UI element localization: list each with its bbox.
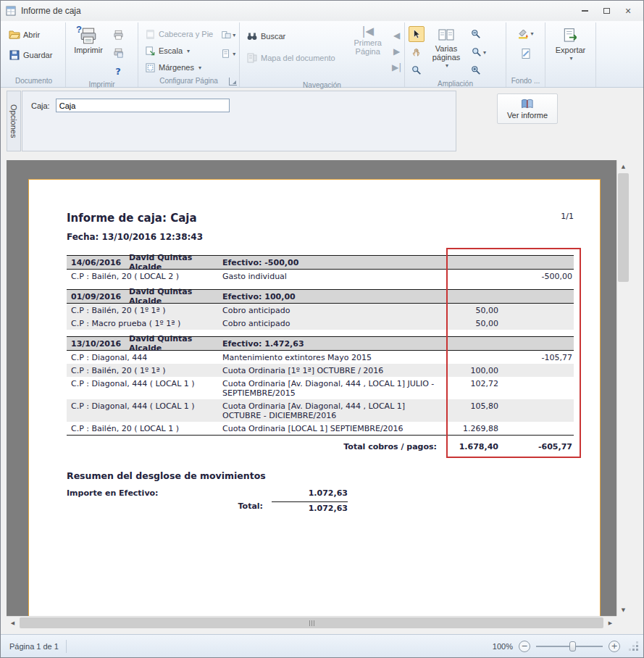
zoom-in-button-status[interactable]: +: [609, 641, 620, 652]
page-count-label: Página 1 de 1: [5, 640, 67, 653]
last-page-icon: ▶|: [392, 62, 401, 72]
ribbon-group-ampliacion: Varias páginas ▾ ▾ Ampliación: [405, 22, 506, 87]
horizontal-scrollbar[interactable]: ◀ ▶: [7, 616, 616, 628]
scroll-right-icon[interactable]: ▶: [604, 617, 616, 629]
hand-tool-button[interactable]: [409, 44, 425, 60]
group-label-fondo: Fondo ...: [506, 75, 545, 87]
quick-print-button[interactable]: [110, 27, 126, 43]
save-icon: [9, 49, 20, 61]
chevron-down-icon: ▾: [233, 32, 235, 38]
margins-button[interactable]: Márgenes ▾: [142, 59, 216, 75]
report-table: 14/06/2016 David Quintas Alcalde Efectiv…: [67, 255, 574, 451]
close-icon: ×: [625, 6, 631, 16]
multiple-pages-icon: [437, 27, 456, 44]
scroll-up-icon[interactable]: ▲: [617, 160, 630, 172]
multiple-pages-button[interactable]: Varias páginas ▾: [427, 25, 465, 78]
document-canvas[interactable]: Informe de caja: Caja 1/1 Fecha: 13/10/2…: [7, 160, 616, 616]
zoom-out-button-status[interactable]: −: [519, 641, 530, 652]
vertical-scrollbar[interactable]: ▲ ▼: [616, 160, 629, 616]
resize-grip[interactable]: [629, 641, 639, 651]
help-button[interactable]: ?: [110, 63, 126, 79]
group-label-exportar: [545, 75, 595, 87]
open-folder-icon: [9, 29, 20, 41]
header-footer-button[interactable]: Cabecera y Pie: [142, 26, 216, 42]
preview-zone: Informe de caja: Caja 1/1 Fecha: 13/10/2…: [7, 160, 629, 628]
last-page-button[interactable]: ▶|: [389, 59, 405, 75]
document-map-button[interactable]: Mapa del documento: [243, 50, 338, 66]
vertical-scrollbar-thumb[interactable]: [618, 173, 629, 282]
chevron-down-icon: ▾: [530, 30, 533, 37]
chevron-down-icon: ▾: [198, 64, 201, 71]
table-row: C.P : Bailén, 20 ( 1º 1ª ) Cobro anticip…: [67, 304, 574, 317]
ribbon-group-navegacion: Buscar Mapa del documento |◀ Primera Pág…: [240, 22, 405, 87]
scroll-down-icon[interactable]: ▼: [617, 604, 630, 616]
margins-icon: [145, 62, 156, 73]
next-page-button[interactable]: ▶: [389, 43, 405, 59]
maximize-icon: [603, 8, 610, 14]
caja-label: Caja:: [31, 101, 50, 110]
window-icon: [5, 5, 17, 17]
caja-input[interactable]: [56, 99, 230, 112]
ribbon-group-fondo: ▾ Fondo ...: [506, 22, 545, 87]
first-page-button[interactable]: |◀ Primera Página: [348, 25, 388, 80]
chevron-down-icon: ▾: [569, 54, 572, 63]
print-options-button[interactable]: [110, 45, 126, 61]
search-button[interactable]: Buscar: [243, 28, 338, 44]
summary-row: Importe en Efectivo: 1.072,63: [67, 488, 348, 498]
group-label-configurar: Configurar Página: [138, 75, 239, 87]
orientation-button[interactable]: ▾: [217, 27, 239, 43]
group-label-documento: Documento: [2, 75, 65, 87]
pointer-tool-button[interactable]: [409, 26, 425, 42]
export-icon: [561, 27, 580, 46]
dialog-launcher-icon[interactable]: [229, 78, 237, 86]
summary-title: Resumen del desglose de movimientos: [67, 470, 574, 481]
watermark-button[interactable]: [518, 46, 534, 62]
ver-informe-button[interactable]: Ver informe: [497, 93, 558, 124]
quick-print-icon: [113, 30, 124, 41]
previous-page-icon: ◀: [393, 30, 400, 41]
close-button[interactable]: ×: [617, 4, 639, 18]
window-title: Informe de caja: [21, 6, 81, 16]
options-groupbox: Caja:: [22, 91, 456, 151]
scale-button[interactable]: Escala ▾: [142, 43, 216, 59]
summary-section: Resumen del desglose de movimientos Impo…: [67, 470, 574, 513]
table-row: C.P : Bailén, 20 ( LOCAL 2 ) Gasto indiv…: [67, 270, 574, 283]
group-header: 01/09/2016 David Quintas Alcalde Efectiv…: [67, 289, 574, 304]
summary-total-row: Total: 1.072,63: [67, 501, 348, 513]
watermark-icon: [520, 48, 532, 59]
zoom-out-button[interactable]: [468, 26, 484, 42]
table-row: C.P : Diagonal, 444 Mantenimiento extint…: [67, 351, 574, 364]
table-row: C.P : Macro prueba ( 1º 1ª ) Cobro antic…: [67, 317, 574, 330]
horizontal-scrollbar-thumb[interactable]: [20, 617, 603, 628]
chevron-down-icon: ▾: [446, 62, 448, 70]
orientation-icon: [221, 30, 231, 40]
print-button[interactable]: ? Imprimir: [70, 25, 107, 79]
print-options-icon: [113, 48, 124, 59]
zoom-percentage-label: 100%: [493, 642, 513, 651]
previous-page-button[interactable]: ◀: [389, 28, 405, 43]
group-label-ampliacion: Ampliación: [405, 78, 506, 89]
table-total-row: Total cobros / pagos: 1.678,40 -605,77: [67, 436, 574, 451]
table-row: C.P : Bailén, 20 ( LOCAL 1 ) Cuota Ordin…: [67, 422, 574, 436]
titlebar: Informe de caja ×: [1, 1, 643, 21]
zoom-in-button[interactable]: [468, 62, 484, 78]
page-color-button[interactable]: ▾: [514, 25, 538, 41]
minimize-button[interactable]: [574, 4, 595, 18]
document-map-icon: [246, 52, 258, 64]
table-row: C.P : Diagonal, 444 ( LOCAL 1 ) Cuota Or…: [67, 377, 574, 399]
export-button[interactable]: Exportar ▾: [550, 25, 592, 75]
save-button[interactable]: Guardar: [6, 47, 62, 63]
magnifier-tool-button[interactable]: [409, 62, 425, 78]
tab-opciones[interactable]: Opciones: [7, 91, 21, 151]
zoom-slider[interactable]: [536, 641, 603, 652]
group-header: 14/06/2016 David Quintas Alcalde Efectiv…: [67, 255, 574, 270]
paper-size-button[interactable]: ▾: [217, 46, 239, 62]
first-page-icon: |◀: [361, 27, 374, 36]
table-row: C.P : Diagonal, 444 ( LOCAL 1 ) Cuota Or…: [67, 399, 574, 422]
table-row: C.P : Bailén, 20 ( 1º 1ª ) Cuota Ordinar…: [67, 364, 574, 377]
zoom-slider-thumb[interactable]: [569, 641, 576, 651]
maximize-button[interactable]: [595, 4, 617, 18]
open-button[interactable]: Abrir: [6, 27, 62, 43]
zoom-level-button[interactable]: ▾: [468, 44, 490, 60]
scroll-left-icon[interactable]: ◀: [7, 617, 19, 629]
